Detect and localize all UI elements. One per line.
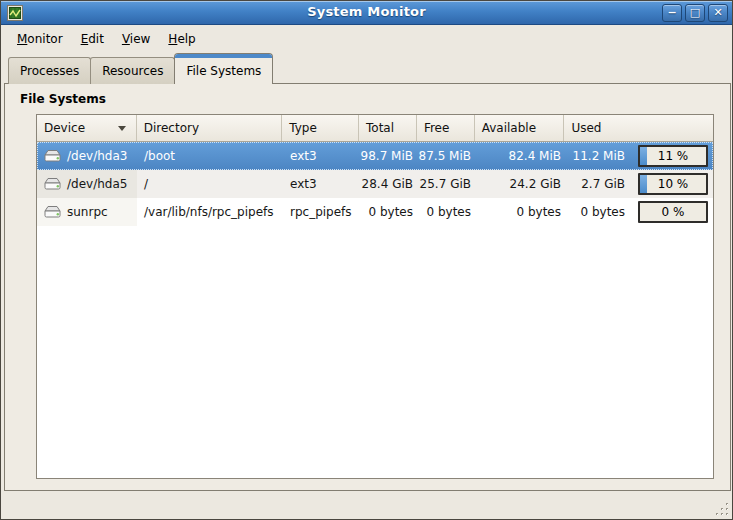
column-header-total[interactable]: Total — [359, 115, 417, 141]
table-row-dev-hda3[interactable]: /dev/hda3 /boot ext3 98.7 MiB 87.5 MiB 8… — [37, 142, 713, 170]
column-header-device-label: Device — [44, 121, 85, 135]
notebook-tabs: Processes Resources File Systems — [8, 53, 272, 84]
system-monitor-window: System Monitor − □ ✕ Monitor Edit View H… — [0, 0, 733, 520]
column-header-used[interactable]: Used — [564, 115, 713, 141]
directory-cell: / — [137, 170, 283, 198]
statusbar — [2, 491, 733, 520]
resize-grip-icon[interactable] — [714, 501, 730, 517]
menu-help[interactable]: Help — [159, 29, 204, 49]
free-cell: 87.5 MiB — [418, 142, 476, 170]
used-cell: 11.2 MiB — [566, 142, 630, 170]
menu-monitor[interactable]: Monitor — [8, 29, 72, 49]
device-name: sunrpc — [67, 205, 108, 219]
used-progressbar: 0 % — [638, 201, 708, 223]
device-name: /dev/hda5 — [67, 177, 127, 191]
file-systems-page: File Systems Device Directory Type Total… — [4, 83, 731, 491]
used-bar-cell: 10 % — [630, 170, 713, 198]
titlebar-highlight — [1, 1, 732, 2]
total-cell: 98.7 MiB — [360, 142, 418, 170]
used-bar-cell: 0 % — [630, 198, 713, 226]
free-cell: 0 bytes — [418, 198, 476, 226]
type-cell: ext3 — [283, 142, 360, 170]
harddisk-icon — [44, 149, 61, 163]
column-header-free[interactable]: Free — [417, 115, 475, 141]
device-cell: sunrpc — [37, 198, 137, 226]
page-title: File Systems — [20, 92, 106, 106]
column-header-available[interactable]: Available — [475, 115, 565, 141]
type-cell: rpc_pipefs — [283, 198, 360, 226]
menubar: Monitor Edit View Help — [2, 26, 733, 51]
total-cell: 28.4 GiB — [360, 170, 418, 198]
tab-resources[interactable]: Resources — [90, 57, 175, 84]
used-progressbar: 11 % — [638, 145, 708, 167]
tab-file-systems[interactable]: File Systems — [174, 53, 273, 84]
menu-edit[interactable]: Edit — [72, 29, 113, 49]
device-cell: /dev/hda3 — [37, 142, 137, 170]
used-bar-cell: 11 % — [630, 142, 713, 170]
used-percent-label: 11 % — [640, 147, 706, 165]
column-header-directory[interactable]: Directory — [137, 115, 283, 141]
total-cell: 0 bytes — [360, 198, 418, 226]
available-cell: 24.2 GiB — [476, 170, 566, 198]
available-cell: 0 bytes — [476, 198, 566, 226]
used-percent-label: 10 % — [640, 175, 706, 193]
free-cell: 25.7 GiB — [418, 170, 476, 198]
minimize-button[interactable]: − — [662, 4, 682, 22]
active-tab-stripe — [175, 54, 272, 58]
file-systems-table: Device Directory Type Total Free Availab… — [36, 114, 714, 479]
window-title: System Monitor — [1, 4, 732, 19]
tab-processes[interactable]: Processes — [8, 57, 91, 84]
used-cell: 2.7 GiB — [566, 170, 630, 198]
harddisk-icon — [44, 177, 61, 191]
table-row-dev-hda5[interactable]: /dev/hda5 / ext3 28.4 GiB 25.7 GiB 24.2 … — [37, 170, 713, 198]
harddisk-icon — [44, 205, 61, 219]
used-percent-label: 0 % — [640, 203, 706, 221]
directory-cell: /var/lib/nfs/rpc_pipefs — [137, 198, 283, 226]
close-button[interactable]: ✕ — [708, 4, 728, 22]
table-row-sunrpc[interactable]: sunrpc /var/lib/nfs/rpc_pipefs rpc_pipef… — [37, 198, 713, 226]
menu-view[interactable]: View — [113, 29, 159, 49]
available-cell: 82.4 MiB — [476, 142, 566, 170]
used-cell: 0 bytes — [566, 198, 630, 226]
table-header: Device Directory Type Total Free Availab… — [37, 115, 713, 142]
device-cell: /dev/hda5 — [37, 170, 137, 198]
type-cell: ext3 — [283, 170, 360, 198]
window-controls: − □ ✕ — [662, 4, 728, 22]
maximize-button[interactable]: □ — [685, 4, 705, 22]
column-header-device[interactable]: Device — [37, 115, 137, 141]
device-name: /dev/hda3 — [67, 149, 127, 163]
column-header-type[interactable]: Type — [282, 115, 359, 141]
sort-descending-icon — [118, 126, 126, 131]
directory-cell: /boot — [137, 142, 283, 170]
used-progressbar: 10 % — [638, 173, 708, 195]
tab-file-systems-label: File Systems — [186, 64, 261, 78]
titlebar[interactable]: System Monitor − □ ✕ — [1, 1, 732, 25]
